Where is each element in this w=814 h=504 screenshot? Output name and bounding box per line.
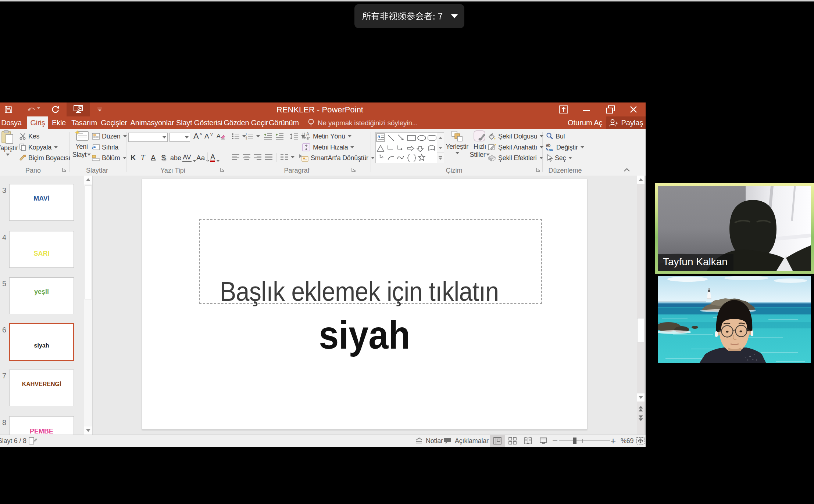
bold-button[interactable]: K xyxy=(131,152,136,162)
ribbon-display-options-icon[interactable] xyxy=(554,102,573,116)
cizim-dialog-launcher[interactable] xyxy=(536,167,542,173)
slideshow-view-button[interactable] xyxy=(536,435,551,447)
italic-button[interactable]: T xyxy=(141,152,145,162)
text-shadow-button[interactable]: S xyxy=(161,152,166,162)
shape-outline-button[interactable]: Şekil Anahattı xyxy=(488,143,543,152)
slide-thumbnail-5[interactable]: yeşil xyxy=(9,277,74,314)
find-button[interactable]: Bul xyxy=(546,132,565,141)
tab-animasyonlar[interactable]: Animasyonlar xyxy=(129,116,175,129)
bullets-button[interactable] xyxy=(232,132,246,141)
strikethrough-button[interactable]: abe xyxy=(170,152,181,162)
numbering-button[interactable]: 123 xyxy=(246,132,260,141)
reading-view-button[interactable] xyxy=(520,435,535,447)
character-spacing-button[interactable]: AV xyxy=(182,152,196,162)
shapes-gallery-scroll[interactable] xyxy=(437,132,444,163)
shape-fill-button[interactable]: Şekil Dolgusu xyxy=(488,132,543,141)
video-tile-active-speaker[interactable]: Tayfun Kalkan xyxy=(655,183,814,274)
comments-toggle[interactable]: Açıklamalar xyxy=(443,435,489,447)
notes-toggle[interactable]: Notlar xyxy=(415,435,443,447)
canvas-scroll-thumb[interactable] xyxy=(637,318,644,342)
format-painter-button[interactable]: Biçim Boyacısı xyxy=(19,153,70,163)
collapse-ribbon-button[interactable] xyxy=(621,166,632,173)
align-text-button[interactable]: Metni Hizala xyxy=(301,143,354,152)
pano-dialog-launcher[interactable] xyxy=(62,167,68,173)
tab-giris[interactable]: Giriş xyxy=(27,116,48,129)
zoom-level[interactable]: %69 xyxy=(621,435,633,447)
increase-indent-button[interactable] xyxy=(275,132,284,141)
close-icon[interactable] xyxy=(624,102,643,116)
align-center-button[interactable] xyxy=(243,152,251,162)
zoom-slider-thumb[interactable] xyxy=(573,438,576,444)
next-slide-button[interactable] xyxy=(637,414,645,422)
justify-button[interactable] xyxy=(265,152,273,162)
previous-slide-button[interactable] xyxy=(637,404,645,413)
fit-to-window-button[interactable] xyxy=(636,435,645,447)
tab-tasarim[interactable]: Tasarım xyxy=(71,116,98,129)
cut-button[interactable]: Kes xyxy=(19,132,39,141)
tab-gozden-gecir[interactable]: Gözden Geçir xyxy=(224,116,268,129)
slide-thumbnail-4[interactable]: SARI xyxy=(9,231,74,268)
arrange-button[interactable]: Yerleştir xyxy=(446,130,468,165)
slide-sorter-view-button[interactable] xyxy=(505,435,520,447)
columns-button[interactable] xyxy=(280,152,294,162)
tab-dosya[interactable]: Dosya xyxy=(0,116,23,129)
start-slideshow-button[interactable] xyxy=(67,102,90,116)
grow-font-button[interactable]: A˄ xyxy=(193,132,202,141)
shapes-gallery-more[interactable] xyxy=(437,153,444,163)
shapes-gallery[interactable]: A xyxy=(375,132,437,163)
sign-in-button[interactable]: Oturum Aç xyxy=(568,116,602,129)
decrease-indent-button[interactable] xyxy=(263,132,272,141)
paste-button[interactable]: Yapıştır xyxy=(0,130,18,165)
share-button[interactable]: Paylaş xyxy=(606,116,646,129)
restore-icon[interactable] xyxy=(601,102,620,116)
slide-thumbnail-8[interactable]: PEMBE xyxy=(9,416,74,435)
zoom-in-button[interactable]: + xyxy=(610,435,616,447)
font-color-button[interactable]: A xyxy=(210,152,220,162)
canvas-scrollbar[interactable] xyxy=(637,176,645,435)
canvas-scroll-up[interactable] xyxy=(637,176,645,184)
shape-effects-button[interactable]: Şekil Efektleri xyxy=(488,153,543,163)
zoom-slider-track[interactable] xyxy=(559,440,610,441)
text-direction-button[interactable]: A Metin Yönü xyxy=(301,132,351,141)
font-size-combo[interactable] xyxy=(169,133,190,142)
tab-gecisler[interactable]: Geçişler xyxy=(100,116,128,129)
video-tile-participant2[interactable] xyxy=(658,276,811,363)
panel-scroll-down[interactable] xyxy=(84,426,92,435)
participants-button[interactable] xyxy=(354,4,464,28)
slide-thumbnail-3[interactable]: MAVİ xyxy=(9,184,74,221)
yazi-tipi-dialog-launcher[interactable] xyxy=(220,167,226,173)
paragraf-dialog-launcher[interactable] xyxy=(351,167,357,173)
canvas-scroll-down[interactable] xyxy=(637,393,645,402)
reset-button[interactable]: Sıfırla xyxy=(92,143,118,152)
participants-dropdown-caret[interactable] xyxy=(451,14,458,18)
panel-scroll-thumb[interactable] xyxy=(85,186,92,299)
panel-scroll-up[interactable] xyxy=(84,176,92,184)
replace-button[interactable]: abac Değiştir xyxy=(546,143,584,152)
slide-editor[interactable]: Başlık eklemek için tıklatın siyah xyxy=(142,179,587,430)
section-button[interactable]: Bölüm xyxy=(92,153,126,163)
select-button[interactable]: Seç xyxy=(546,153,572,163)
tab-slayt-gosterisi[interactable]: Slayt Gösterisi xyxy=(176,116,223,129)
zoom-out-button[interactable]: − xyxy=(552,435,558,447)
align-left-button[interactable] xyxy=(232,152,240,162)
underline-button[interactable]: A xyxy=(151,152,156,162)
normal-view-button[interactable] xyxy=(490,435,505,447)
font-name-combo[interactable] xyxy=(128,133,168,142)
smartart-button[interactable]: SmartArt'a Dönüştür xyxy=(299,153,375,163)
tab-gorunum[interactable]: Görünüm xyxy=(269,116,299,129)
copy-button[interactable]: Kopyala xyxy=(19,143,58,152)
shapes-scroll-up[interactable] xyxy=(437,133,444,143)
shrink-font-button[interactable]: A˅ xyxy=(204,132,213,141)
thumbnail-panel-scrollbar[interactable] xyxy=(84,176,92,435)
minimize-icon[interactable] xyxy=(577,102,596,116)
save-icon[interactable] xyxy=(3,104,14,115)
clear-formatting-button[interactable]: A xyxy=(217,132,225,141)
undo-dropdown-caret[interactable] xyxy=(37,107,40,109)
layout-button[interactable]: Düzen xyxy=(92,132,127,141)
redo-icon[interactable] xyxy=(50,104,60,115)
undo-icon[interactable] xyxy=(26,104,37,115)
tab-ekle[interactable]: Ekle xyxy=(50,116,67,129)
shapes-scroll-down[interactable] xyxy=(437,143,444,153)
notes-page-icon[interactable] xyxy=(28,435,37,447)
slide-thumbnail-6-selected[interactable]: siyah xyxy=(9,323,74,361)
